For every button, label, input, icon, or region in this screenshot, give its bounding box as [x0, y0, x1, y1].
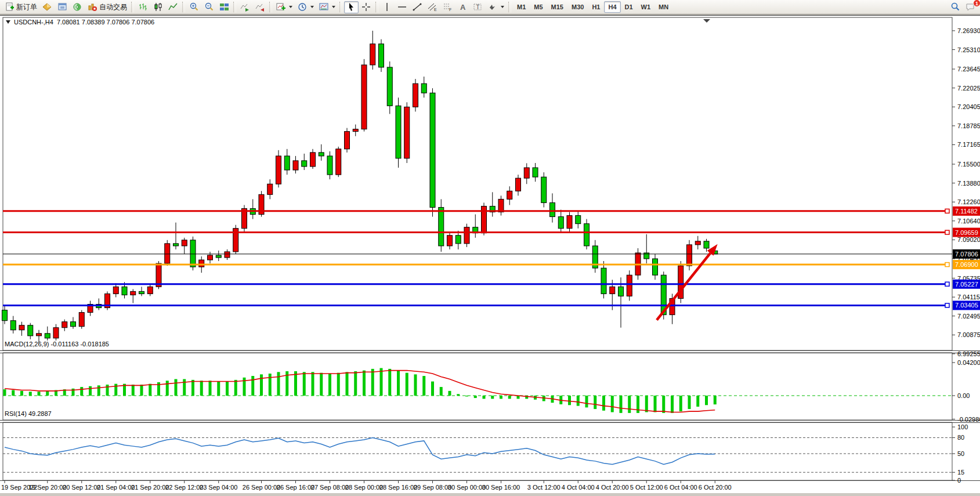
- macd-histogram-bar: [217, 382, 220, 396]
- periods-button[interactable]: [295, 1, 316, 13]
- macd-histogram-bar: [645, 396, 648, 412]
- chart-shift-button[interactable]: [253, 1, 267, 13]
- timeframe-H1[interactable]: H1: [588, 1, 604, 13]
- crosshair-button[interactable]: [359, 1, 374, 13]
- text-label-button[interactable]: T: [471, 1, 485, 13]
- line-handle[interactable]: [945, 263, 949, 267]
- timeframe-M15[interactable]: M15: [547, 1, 567, 13]
- auto-scroll-button[interactable]: [238, 1, 252, 13]
- candle: [122, 287, 127, 295]
- data-window-button[interactable]: [55, 1, 70, 13]
- autotrading-button[interactable]: 自动交易: [85, 1, 129, 13]
- timeframe-H4[interactable]: H4: [604, 1, 620, 13]
- candle: [139, 291, 144, 294]
- candle: [404, 107, 410, 158]
- candle: [79, 313, 84, 327]
- time-axis-label: 6 Oct 20:00: [699, 484, 732, 491]
- candle: [267, 184, 273, 194]
- candlestick-chart-icon: [153, 2, 163, 12]
- candle: [447, 236, 453, 246]
- timeframe-D1[interactable]: D1: [621, 1, 637, 13]
- timeframe-M30[interactable]: M30: [567, 1, 588, 13]
- candlestick-chart-button[interactable]: [151, 1, 165, 13]
- time-axis-label: 22 Sep 12:00: [165, 484, 203, 491]
- arrows-dropdown-icon: [501, 6, 504, 8]
- bar-chart-button[interactable]: [136, 1, 150, 13]
- macd-histogram-bar: [714, 396, 717, 404]
- macd-histogram-bar: [449, 391, 451, 396]
- chart-area[interactable]: 7.269307.253107.236457.220257.204057.187…: [0, 15, 980, 493]
- autotrading-icon: [88, 2, 97, 12]
- price-axis-tick-label: 7.02495: [957, 313, 980, 320]
- macd-histogram-bar: [200, 381, 203, 396]
- line-chart-icon: [168, 2, 178, 12]
- market-watch-icon: [42, 2, 52, 12]
- macd-pane[interactable]: [3, 353, 952, 420]
- new-order-button[interactable]: 新订单: [2, 1, 39, 13]
- macd-histogram-bar: [602, 396, 605, 411]
- timeframe-W1[interactable]: W1: [637, 1, 655, 13]
- line-handle[interactable]: [945, 209, 949, 213]
- price-axis-tick-label: 7.04115: [957, 294, 980, 301]
- macd-histogram-bar: [166, 381, 169, 396]
- candle: [10, 321, 16, 330]
- macd-axis-label: -0.029864: [957, 416, 980, 423]
- arrows-icon: [488, 2, 498, 12]
- chart-shift-icon: [255, 2, 265, 12]
- candle: [336, 149, 341, 175]
- price-line-label-text: 7.11482: [955, 208, 978, 215]
- time-axis-label: 30 Sep 00:00: [448, 484, 486, 491]
- timeframe-M1[interactable]: M1: [513, 1, 530, 13]
- chart-canvas[interactable]: 7.269307.253107.236457.220257.204057.187…: [0, 16, 980, 494]
- search-button[interactable]: [948, 1, 963, 13]
- text-button[interactable]: A: [455, 1, 470, 13]
- line-handle[interactable]: [945, 282, 949, 286]
- svg-text:F: F: [449, 8, 451, 12]
- indicators-button[interactable]: [274, 1, 295, 13]
- candle: [379, 44, 384, 67]
- cursor-button[interactable]: [344, 1, 359, 13]
- macd-histogram-bar: [132, 385, 135, 396]
- zoom-out-button[interactable]: [202, 1, 216, 13]
- vertical-line-button[interactable]: [380, 1, 395, 13]
- candle: [147, 287, 153, 294]
- macd-axis-label: 0.00: [957, 392, 970, 399]
- main-pane[interactable]: [3, 17, 952, 350]
- macd-histogram-bar: [474, 396, 477, 398]
- market-watch-button[interactable]: [40, 1, 55, 13]
- navigator-button[interactable]: [70, 1, 85, 13]
- price-line-label-text: 7.03405: [955, 302, 978, 309]
- one-click-trading-toggle-icon[interactable]: [6, 20, 10, 24]
- fibonacci-button[interactable]: F: [440, 1, 455, 13]
- arrows-button[interactable]: [486, 1, 507, 13]
- zoom-in-button[interactable]: [187, 1, 201, 13]
- templates-button[interactable]: [317, 1, 338, 13]
- candle: [413, 84, 418, 107]
- line-handle[interactable]: [945, 230, 949, 234]
- rsi-pane[interactable]: [3, 422, 952, 480]
- candle: [396, 106, 401, 158]
- macd-histogram-bar: [46, 391, 49, 396]
- macd-histogram-bar: [363, 371, 366, 396]
- price-axis-tick-label: 7.17165: [957, 141, 980, 148]
- line-chart-button[interactable]: [166, 1, 180, 13]
- time-axis-label: 29 Sep 08:00: [414, 484, 451, 491]
- horizontal-line-button[interactable]: [395, 1, 410, 13]
- candle: [216, 255, 221, 258]
- candle: [276, 156, 281, 184]
- equidistant-channel-button[interactable]: E: [425, 1, 440, 13]
- trendline-button[interactable]: [410, 1, 425, 13]
- candle: [610, 287, 615, 294]
- macd-histogram-bar: [354, 371, 357, 396]
- macd-histogram-bar: [696, 396, 699, 407]
- macd-indicator-label: MACD(12,26,9) -0.011163 -0.018185: [5, 341, 109, 347]
- timeframe-M5[interactable]: M5: [530, 1, 547, 13]
- text-icon: A: [458, 2, 468, 12]
- candle: [455, 236, 461, 244]
- macd-histogram-bar: [371, 369, 374, 396]
- timeframe-MN[interactable]: MN: [654, 1, 672, 13]
- macd-histogram-bar: [106, 385, 109, 396]
- tile-windows-button[interactable]: [217, 1, 232, 13]
- line-handle[interactable]: [945, 303, 949, 307]
- notifications-button[interactable]: 1: [963, 1, 978, 13]
